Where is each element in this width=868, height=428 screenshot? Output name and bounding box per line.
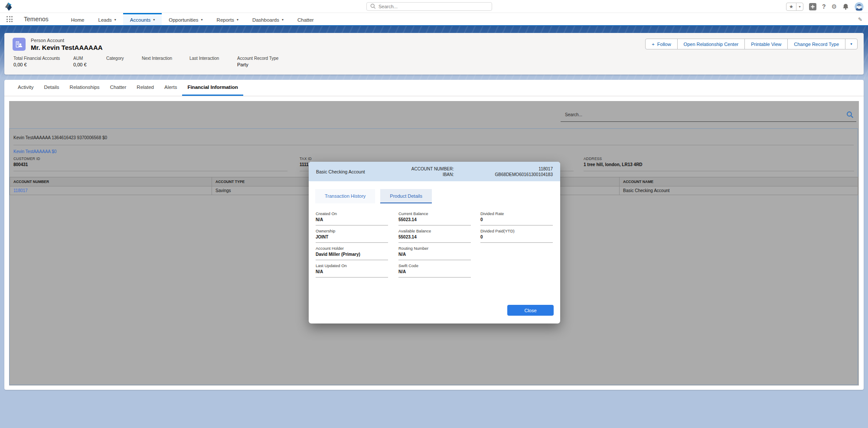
field-value: JOINT — [316, 235, 388, 239]
nav-item-accounts[interactable]: Accounts ▾ — [123, 13, 162, 25]
modal-account-identifiers: ACCOUNT NUMBER: 118017 IBAN: GB68DEMO601… — [411, 167, 553, 177]
chevron-down-icon[interactable]: ▾ — [153, 18, 155, 22]
edit-nav-pencil-icon[interactable]: ✎ — [858, 16, 862, 23]
global-add-icon[interactable] — [809, 3, 816, 10]
column-account-number: ACCOUNT NUMBER — [10, 177, 212, 186]
field-label: ADDRESS — [584, 157, 854, 161]
tab-related[interactable]: Related — [131, 80, 159, 96]
change-record-type-button[interactable]: Change Record Type — [787, 39, 845, 49]
field-label: Available Balance — [398, 229, 471, 233]
tab-relationships[interactable]: Relationships — [65, 80, 105, 96]
header-actions: ★ ▼ ? ⚙ — [786, 2, 864, 11]
open-relationship-center-button[interactable]: Open Relationship Center — [677, 39, 745, 49]
nav-item-reports[interactable]: Reports ▾ — [210, 13, 245, 25]
field-label: Divided Rate — [480, 211, 553, 216]
record-action-buttons: + Follow Open Relationship Center Printa… — [646, 39, 858, 49]
field-value: 800431 — [13, 162, 287, 167]
chevron-down-icon[interactable]: ▾ — [201, 18, 203, 22]
notifications-bell-icon[interactable] — [842, 3, 849, 10]
field-label: Last Interaction — [189, 56, 233, 61]
tab-financial-information[interactable]: Financial Information — [182, 80, 243, 96]
field-value — [106, 62, 137, 68]
chevron-down-icon[interactable]: ▾ — [282, 18, 284, 22]
follow-button[interactable]: + Follow — [645, 39, 677, 49]
field-label: Account Record Type — [237, 56, 278, 61]
favorites-star-icon[interactable]: ★ — [786, 3, 796, 10]
chevron-down-icon[interactable]: ▾ — [114, 18, 116, 22]
field-account-record-type: Account Record Type Party — [237, 56, 283, 68]
nav-item-leads[interactable]: Leads ▾ — [91, 13, 123, 25]
field-value: N/A — [398, 252, 471, 257]
app-launcher-waffle-icon[interactable] — [7, 16, 13, 23]
field-next-interaction: Next Interaction — [142, 56, 189, 68]
record-entity-type: Person Account — [31, 38, 103, 43]
field-divided-rate: Divided Rate 0 — [480, 211, 553, 225]
nav-item-label: Chatter — [297, 17, 314, 23]
field-created-on: Created On N/A — [316, 211, 388, 225]
favorites-dropdown-icon[interactable]: ▼ — [796, 3, 803, 10]
search-icon[interactable] — [846, 111, 854, 118]
user-avatar[interactable] — [855, 2, 864, 11]
nav-item-home[interactable]: Home — [64, 13, 91, 25]
record-tabs: Activity Details Relationships Chatter R… — [4, 80, 864, 96]
account-number-link[interactable]: 118017 — [13, 188, 28, 193]
printable-view-button[interactable]: Printable View — [744, 39, 788, 49]
tab-chatter[interactable]: Chatter — [105, 80, 132, 96]
nav-item-dashboards[interactable]: Dashboards ▾ — [245, 13, 290, 25]
nav-item-opportunities[interactable]: Opportunities ▾ — [162, 13, 209, 25]
account-details-modal: Basic Checking Account ACCOUNT NUMBER: 1… — [309, 162, 560, 323]
field-available-balance: Available Balance 55023.14 — [398, 229, 471, 243]
field-value: 1 tree hill, london, LR13 4RD — [584, 162, 854, 167]
field-label: AUM — [73, 56, 102, 61]
close-button[interactable]: Close — [507, 305, 554, 316]
chevron-down-icon[interactable]: ▾ — [237, 18, 238, 22]
divider — [13, 145, 854, 145]
person-account-icon — [13, 38, 26, 51]
app-navigation-bar: Temenos Home Leads ▾ Accounts ▾ Opportun… — [0, 13, 868, 25]
field-value: David Miller (Primary) — [316, 252, 388, 257]
setup-gear-icon[interactable]: ⚙ — [831, 3, 837, 10]
tab-details[interactable]: Details — [39, 80, 64, 96]
tab-alerts[interactable]: Alerts — [159, 80, 182, 96]
company-logo-icon — [3, 1, 13, 13]
field-value: N/A — [398, 269, 471, 274]
field-routing-number: Routing Number N/A — [398, 246, 471, 260]
field-label: Swift Code — [398, 263, 471, 268]
iban-label: IBAN: — [411, 172, 454, 177]
financial-search-input[interactable]: Search... — [561, 108, 856, 122]
customer-summary-text: Kevin TestAAAAAA 1364616423 9370006568 $… — [13, 135, 107, 140]
field-label: TAX ID — [300, 157, 574, 161]
nav-items: Home Leads ▾ Accounts ▾ Opportunities ▾ … — [64, 13, 321, 25]
field-value: 55023.14 — [398, 217, 471, 222]
tab-product-details[interactable]: Product Details — [380, 189, 432, 203]
tab-activity[interactable]: Activity — [13, 80, 39, 96]
field-last-interaction: Last Interaction — [189, 56, 237, 68]
search-icon — [370, 3, 376, 10]
field-label: Current Balance — [398, 211, 471, 216]
global-header: Search... ★ ▼ ? ⚙ — [0, 0, 868, 13]
column-account-name: ACCOUNT NAME — [620, 177, 858, 186]
customer-link[interactable]: Kevin TestAAAAAA $0 — [13, 149, 56, 154]
nav-item-label: Leads — [98, 17, 112, 23]
global-search-placeholder: Search... — [379, 4, 398, 9]
record-header-card: Person Account Mr. Kevin TestAAAAAA + Fo… — [4, 33, 864, 75]
nav-item-label: Dashboards — [252, 17, 279, 23]
plus-icon: + — [652, 42, 654, 47]
field-value: 0,00 € — [13, 62, 69, 68]
field-ownership: Ownership JOINT — [316, 229, 388, 243]
field-value: 0,00 € — [73, 62, 102, 68]
tab-transaction-history[interactable]: Transaction History — [315, 189, 375, 203]
field-last-updated-on: Last Updated On N/A — [316, 263, 388, 278]
follow-button-label: Follow — [657, 42, 671, 47]
help-icon[interactable]: ? — [822, 3, 826, 10]
field-label: Last Updated On — [316, 263, 388, 268]
account-name-cell: Basic Checking Account — [620, 186, 858, 195]
global-search-input[interactable]: Search... — [366, 2, 492, 11]
favorites-button-group: ★ ▼ — [786, 3, 803, 11]
nav-item-label: Accounts — [130, 17, 150, 23]
more-actions-dropdown-button[interactable]: ▼ — [845, 39, 858, 49]
nav-item-chatter[interactable]: Chatter — [290, 13, 321, 25]
field-label: CUSTOMER ID — [13, 157, 287, 161]
field-value: 55023.14 — [398, 235, 471, 239]
field-label: Category — [106, 56, 137, 61]
